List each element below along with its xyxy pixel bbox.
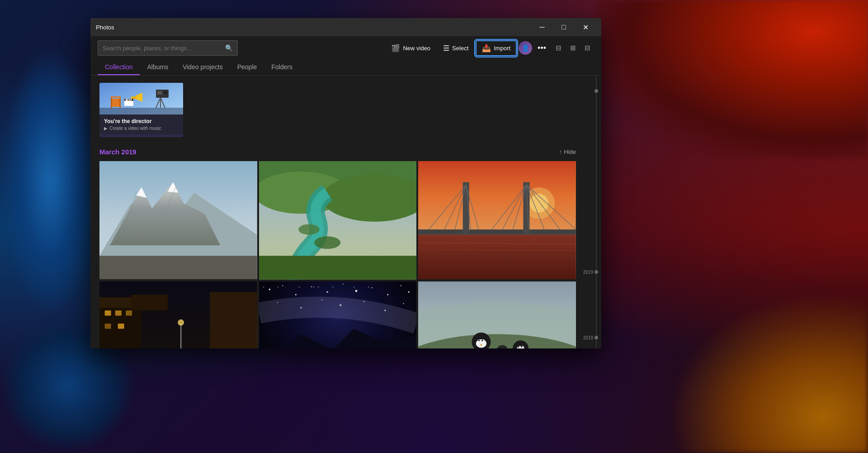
select-icon: ☰: [443, 44, 449, 52]
svg-point-77: [326, 291, 328, 292]
right-timeline: 2019 2018: [585, 76, 601, 348]
photo-river[interactable]: [259, 161, 417, 280]
tab-albums[interactable]: Albums: [140, 60, 175, 75]
svg-point-106: [478, 339, 480, 341]
photo-mountain[interactable]: [99, 161, 257, 279]
svg-point-80: [371, 287, 372, 288]
maximize-button[interactable]: □: [553, 18, 574, 36]
svg-point-78: [342, 283, 343, 284]
svg-rect-60: [115, 310, 122, 315]
search-box[interactable]: 🔍: [98, 40, 238, 56]
timeline-dot-2018: [594, 336, 598, 339]
timeline-year-2018: 2018: [583, 335, 593, 340]
svg-point-120: [521, 346, 523, 347]
title-bar: Photos ─ □ ✕: [90, 18, 601, 36]
svg-point-79: [355, 290, 357, 292]
new-video-button[interactable]: 🎬 New video: [386, 41, 436, 55]
new-video-label: New video: [403, 45, 430, 52]
select-button[interactable]: ☰ Select: [438, 41, 474, 55]
hide-arrow-icon: ↑: [559, 148, 562, 155]
close-button[interactable]: ✕: [575, 18, 596, 36]
svg-rect-59: [105, 310, 111, 315]
tab-people[interactable]: People: [230, 60, 264, 75]
svg-rect-64: [210, 292, 257, 348]
photo-stars[interactable]: [259, 281, 417, 349]
timeline-line: [596, 76, 597, 348]
svg-rect-65: [131, 295, 168, 310]
avatar-icon: 👤: [522, 44, 529, 52]
promo-subtitle-text: Create a video with music: [109, 126, 161, 131]
content-wrapper: You're the director ▶ Create a video wit…: [90, 76, 601, 348]
select-label: Select: [452, 45, 468, 52]
svg-marker-25: [99, 256, 257, 279]
new-video-icon: 🎬: [391, 44, 400, 52]
river-photo-svg: [259, 161, 417, 280]
promo-title: You're the director: [104, 118, 179, 124]
nav-tabs: Collection Albums Video projects People …: [90, 60, 601, 76]
photo-grid: [99, 161, 576, 348]
photo-venice[interactable]: [99, 281, 257, 349]
svg-rect-61: [126, 310, 132, 315]
import-label: Import: [494, 45, 510, 52]
promo-image: [99, 83, 183, 114]
more-button[interactable]: •••: [534, 41, 550, 56]
view-btn-1[interactable]: ⊟: [552, 42, 565, 54]
main-content: You're the director ▶ Create a video wit…: [90, 76, 585, 348]
svg-point-32: [314, 236, 340, 249]
photo-bridge[interactable]: [418, 161, 576, 279]
svg-rect-40: [463, 182, 469, 234]
svg-rect-2: [111, 96, 121, 98]
timeline-dot-2019: [594, 270, 598, 274]
svg-rect-63: [118, 323, 124, 329]
svg-point-83: [408, 291, 409, 292]
promo-illustration: [99, 83, 183, 114]
toolbar: 🔍 🎬 New video ☰ Select 📥 Import 👤 ••• ⊟ …: [90, 36, 601, 60]
promo-card[interactable]: You're the director ▶ Create a video wit…: [99, 83, 183, 137]
penguins-photo-svg: [418, 281, 576, 349]
svg-rect-62: [105, 323, 111, 329]
hide-button[interactable]: ↑ Hide: [559, 148, 576, 155]
view-btn-3[interactable]: ⊟: [580, 42, 594, 54]
import-button[interactable]: 📥 Import: [476, 40, 517, 56]
title-bar-left: Photos: [96, 24, 114, 31]
svg-rect-5: [119, 98, 121, 108]
svg-point-37: [530, 194, 549, 213]
promo-subtitle-icon: ▶: [104, 126, 108, 131]
bg-blob-right-top: [597, 0, 868, 158]
svg-rect-4: [111, 98, 112, 108]
app-window: Photos ─ □ ✕ 🔍 🎬 New video ☰ Select 📥 Im…: [90, 18, 601, 348]
toolbar-right: 🎬 New video ☰ Select 📥 Import 👤 ••• ⊟ ⊞ …: [386, 40, 594, 56]
bridge-photo-svg: [418, 161, 576, 279]
svg-point-82: [400, 285, 401, 286]
title-bar-controls: ─ □ ✕: [532, 18, 596, 36]
svg-point-75: [295, 294, 296, 295]
svg-point-71: [178, 319, 184, 325]
timeline-year-2019: 2019: [583, 270, 593, 275]
avatar[interactable]: 👤: [519, 41, 532, 55]
timeline-dot-top: [594, 89, 598, 93]
stars-photo-svg: [259, 281, 417, 349]
section-date: March 2019: [99, 148, 137, 156]
mountain-photo-svg: [99, 161, 257, 279]
venice-photo-svg: [99, 281, 257, 349]
search-input[interactable]: [103, 45, 225, 52]
view-btn-2[interactable]: ⊞: [566, 42, 580, 54]
svg-rect-7: [157, 91, 162, 95]
photo-penguins[interactable]: [418, 281, 576, 349]
minimize-button[interactable]: ─: [532, 18, 552, 36]
svg-point-76: [311, 286, 312, 287]
svg-point-90: [403, 303, 404, 304]
svg-point-73: [269, 288, 270, 290]
tab-folders[interactable]: Folders: [264, 60, 300, 75]
hide-label: Hide: [564, 148, 576, 155]
svg-point-119: [518, 346, 519, 347]
promo-subtitle: ▶ Create a video with music: [104, 126, 179, 131]
section-header: March 2019 ↑ Hide: [99, 148, 576, 156]
svg-rect-1: [99, 108, 183, 114]
bg-blob-right-bottom: [642, 272, 868, 453]
svg-point-107: [481, 339, 483, 341]
svg-point-8: [163, 91, 168, 95]
svg-rect-3: [111, 99, 121, 107]
tab-video-projects[interactable]: Video projects: [175, 60, 230, 75]
tab-collection[interactable]: Collection: [98, 60, 140, 75]
